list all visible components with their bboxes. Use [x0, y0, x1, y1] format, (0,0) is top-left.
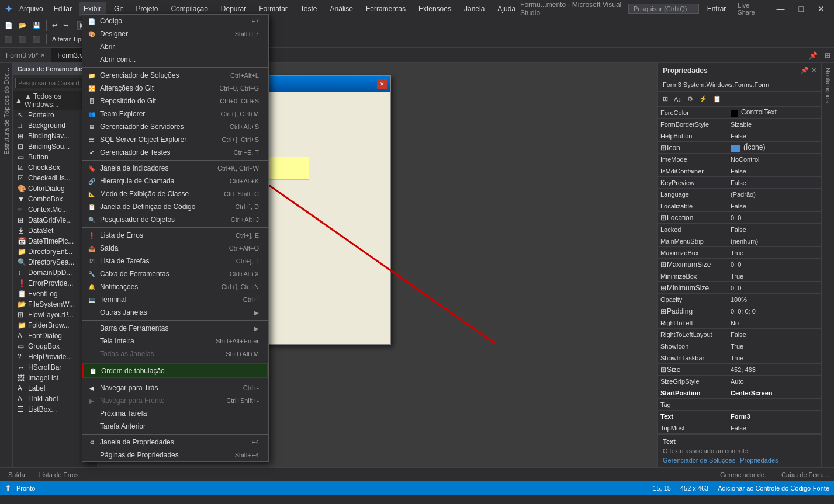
gerenciador-link[interactable]: Gerenciador de Soluções [663, 457, 735, 464]
menu-item-abrir[interactable]: Abrir [82, 40, 268, 53]
extensoes-menu-title[interactable]: Extensões [414, 2, 456, 16]
menu-item-outrasjanel[interactable]: Outras Janelas ▶ [82, 306, 268, 319]
align-right-button[interactable]: ⬛ [30, 34, 43, 44]
redo-button[interactable]: ↪ [61, 20, 71, 30]
menu-item-indicadores[interactable]: 🔖 Janela de Indicadores Ctrl+K, Ctrl+W [82, 162, 268, 175]
menu-item-janelprops[interactable]: ⚙ Janela de Propriedades F4 [82, 436, 268, 449]
gerenciador-de-btn[interactable]: Gerenciador de... [720, 471, 770, 478]
analise-menu-title[interactable]: Análise [326, 2, 358, 16]
tab-form3-vb-close[interactable]: ✕ [40, 52, 45, 58]
menu-item-gerencsol[interactable]: 📁 Gerenciador de Soluções Ctrl+Alt+L [82, 69, 268, 82]
tab-pin-button[interactable]: 📌 [805, 51, 821, 60]
menu-item-codigo[interactable]: 📄 Código F7 [82, 15, 268, 27]
save-button[interactable]: 💾 [30, 20, 43, 30]
live-share-button[interactable]: Live Share [734, 1, 767, 17]
bottom-tab-saida[interactable]: Saída [5, 470, 29, 479]
notif-tab[interactable]: Notificações [822, 63, 834, 107]
props-alphabetical-button[interactable]: A↓ [672, 95, 684, 104]
menu-item-saida[interactable]: 📤 Saída Ctrl+Alt+O [82, 242, 268, 255]
align-center-button[interactable]: ⬛ [16, 34, 29, 44]
props-events-button[interactable]: ⚡ [697, 94, 710, 104]
props-row-maximizebox[interactable]: MaximizeBox True [658, 247, 821, 259]
props-row-helpbutton[interactable]: HelpButton False [658, 130, 821, 142]
status-git[interactable]: Adicionar ao Controle do Código-Fonte [718, 485, 829, 492]
props-row-sizegripstyle[interactable]: SizeGripStyle Auto [658, 376, 821, 387]
props-row-forecolor[interactable]: ForeColor ControlText [658, 107, 821, 119]
props-row-maximumsize[interactable]: ⊞ MaximumSize 0; 0 [658, 259, 821, 270]
props-pin-button[interactable]: 📌 [801, 67, 809, 74]
menu-item-teamexp[interactable]: 👥 Team Explorer Ctrl+], Ctrl+M [82, 107, 268, 120]
menu-item-barraferr[interactable]: Barra de Ferramentas ▶ [82, 322, 268, 335]
menu-item-telainteira[interactable]: Tela Inteira Shift+Alt+Enter [82, 335, 268, 347]
props-properties-button[interactable]: ⚙ [685, 94, 695, 104]
props-row-topmost[interactable]: TopMost False [658, 422, 821, 434]
teste-menu-title[interactable]: Teste [296, 2, 322, 16]
menu-item-repogit[interactable]: 🗄 Repositório do Git Ctrl+0, Ctrl+S [82, 95, 268, 107]
bottom-tab-erros[interactable]: Lista de Erros [36, 470, 82, 479]
menu-item-gerencserv[interactable]: 🖥 Gerenciador de Servidores Ctrl+Alt+S [82, 120, 268, 133]
open-file-button[interactable]: 📂 [16, 20, 29, 30]
props-row-righttoleft[interactable]: RightToLeft No [658, 317, 821, 329]
tab-more-button[interactable]: ⊞ [821, 51, 834, 60]
menu-item-tarfant[interactable]: Tarefa Anterior [82, 420, 268, 433]
close-button[interactable]: ✕ [813, 2, 829, 16]
menu-item-janeladefi[interactable]: 📋 Janela de Definição de Código Ctrl+], … [82, 200, 268, 213]
menu-item-hierarquia[interactable]: 🔗 Hierarquia de Chamada Ctrl+Alt+K [82, 175, 268, 187]
caixa-de-ferra-btn[interactable]: Caixa de Ferra... [781, 471, 829, 478]
estrutura-tab[interactable]: Estrutura de Tópicos do Doc... [1, 63, 12, 159]
props-row-locked[interactable]: Locked False [658, 224, 821, 235]
props-row-keypreview[interactable]: KeyPreview False [658, 177, 821, 189]
sign-in-button[interactable]: Entrar [704, 4, 730, 14]
props-categorized-button[interactable]: ⊞ [660, 94, 670, 104]
props-object-selector[interactable]: Form3 System.Windows.Forms.Form [658, 78, 821, 92]
menu-item-pesqobjetos[interactable]: 🔍 Pesquisador de Objetos Ctrl+Alt+J [82, 213, 268, 226]
props-row-showicon[interactable]: ShowIcon True [658, 340, 821, 352]
props-row-size[interactable]: ⊞ Size 452; 463 [658, 364, 821, 376]
align-left-button[interactable]: ⬛ [2, 34, 15, 44]
props-row-text[interactable]: Text Form3 [658, 411, 821, 422]
new-file-button[interactable]: 📄 [2, 20, 15, 30]
menu-item-abrir-com[interactable]: Abrir com... [82, 53, 268, 66]
menu-item-navback[interactable]: ◀ Navegar para Trás Ctrl+- [82, 381, 268, 394]
menu-item-listaerros[interactable]: ❗ Lista de Erros Ctrl+], E [82, 229, 268, 242]
search-global[interactable]: Pesquisar (Ctrl+Q) [628, 4, 699, 14]
form-close-button[interactable]: ✕ [377, 79, 387, 89]
menu-item-paginasprops[interactable]: Páginas de Propriedades Shift+F4 [82, 449, 268, 461]
menu-item-ordem-tabulacao[interactable]: 📋 Ordem de tabulação [82, 363, 268, 378]
exibir-dropdown[interactable]: 📄 Código F7 🎨 Designer Shift+F7 Abrir Ab… [82, 14, 269, 462]
menu-item-notif[interactable]: 🔔 Notificações Ctrl+], Ctrl+N [82, 280, 268, 293]
props-row-minimumsize[interactable]: ⊞ MinimumSize 0; 0 [658, 282, 821, 294]
editar-menu-title[interactable]: Editar [50, 4, 75, 14]
props-row-minimizebox[interactable]: MinimizeBox True [658, 270, 821, 282]
menu-item-caixaferr[interactable]: 🔧 Caixa de Ferramentas Ctrl+Alt+X [82, 267, 268, 280]
menu-item-designer[interactable]: 🎨 Designer Shift+F7 [82, 27, 268, 40]
maximize-button[interactable]: □ [794, 2, 808, 16]
props-row-righttoleftlayout[interactable]: RightToLeftLayout False [658, 329, 821, 340]
minimize-button[interactable]: — [772, 2, 790, 16]
props-row-opacity[interactable]: Opacity 100% [658, 294, 821, 305]
janela-menu-title[interactable]: Janela [459, 2, 489, 16]
ferramentas-menu-title[interactable]: Ferramentas [361, 2, 410, 16]
menu-item-gerencteste[interactable]: ✔ Gerenciador de Testes Ctrl+E, T [82, 146, 268, 159]
props-row-startposition[interactable]: StartPosition CenterScreen [658, 387, 821, 399]
menu-item-altgit[interactable]: 🔀 Alterações do Git Ctrl+0, Ctrl+G [82, 82, 268, 95]
menu-item-listatarefas[interactable]: ☑ Lista de Tarefas Ctrl+], T [82, 255, 268, 267]
props-row-location[interactable]: ⊞ Location 0; 0 [658, 212, 821, 224]
menu-item-modoexib[interactable]: 📐 Modo de Exibição de Classe Ctrl+Shift+… [82, 187, 268, 200]
props-row-imemode[interactable]: ImeMode NoControl [658, 154, 821, 165]
props-close-button[interactable]: ✕ [811, 67, 816, 74]
props-row-localizable[interactable]: Localizable False [658, 200, 821, 212]
props-row-showintaskbar[interactable]: ShowInTaskbar True [658, 352, 821, 364]
arquivo-menu-title[interactable]: Arquivo [16, 4, 47, 14]
props-row-mainmenustrip[interactable]: MainMenuStrip (nenhum) [658, 235, 821, 247]
props-propertypages-button[interactable]: 📋 [711, 94, 724, 104]
props-row-formborderstyle[interactable]: FormBorderStyle Sizable [658, 119, 821, 130]
propriedades-link[interactable]: Propriedades [740, 457, 778, 464]
tab-form3-vb[interactable]: Form3.vb* ✕ [0, 48, 51, 63]
git-icon[interactable]: ⬆ [5, 484, 12, 493]
undo-button[interactable]: ↩ [50, 20, 60, 30]
menu-item-terminal[interactable]: 💻 Terminal Ctrl+` [82, 293, 268, 306]
ajuda-menu-title[interactable]: Ajuda [493, 2, 520, 16]
props-row-padding[interactable]: ⊞ Padding 0; 0; 0; 0 [658, 305, 821, 317]
props-row-tag[interactable]: Tag [658, 399, 821, 411]
